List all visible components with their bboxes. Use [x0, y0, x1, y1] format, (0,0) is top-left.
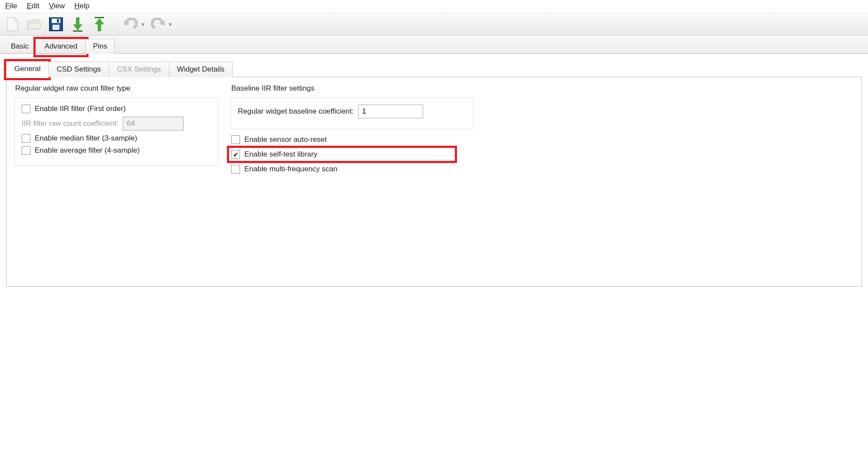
menu-edit[interactable]: Edit — [26, 2, 39, 10]
redo-icon — [150, 18, 166, 31]
raw-count-filter-title: Regular widget raw count filter type — [15, 84, 218, 93]
toolbar: ▾ ▾ — [0, 13, 868, 36]
raw-count-filter-group: Enable IIR filter (First order) IIR filt… — [14, 97, 218, 166]
baseline-iir-group: Regular widget baseline coefficient: — [230, 97, 473, 129]
itab-csd-label: CSD Settings — [56, 65, 101, 73]
menu-help[interactable]: Help — [74, 2, 89, 10]
baseline-coeff-input[interactable] — [358, 105, 423, 118]
new-file-icon — [6, 17, 19, 32]
self-test-label: Enable self-test library — [244, 150, 317, 159]
upload-button[interactable] — [91, 16, 108, 33]
redo-dropdown-icon[interactable]: ▾ — [169, 21, 172, 28]
svg-rect-4 — [76, 17, 79, 24]
download-icon — [71, 16, 84, 32]
svg-rect-5 — [73, 30, 82, 32]
menu-bar: File Edit View Help — [0, 0, 868, 13]
outer-tab-bar: Basic Advanced Pins — [0, 36, 868, 54]
iir-coeff-input — [123, 117, 184, 131]
download-button[interactable] — [69, 16, 86, 33]
iir-filter-checkbox[interactable] — [22, 105, 30, 113]
median-filter-label: Enable median filter (3-sample) — [35, 134, 137, 143]
svg-rect-2 — [53, 25, 59, 30]
multi-freq-checkbox[interactable] — [231, 165, 240, 173]
baseline-coeff-label: Regular widget baseline coefficient: — [238, 107, 354, 116]
self-test-row: Enable self-test library — [231, 150, 473, 159]
tab-advanced[interactable]: Advanced — [37, 39, 85, 54]
tab-pins-label: Pins — [93, 42, 107, 50]
inner-area: General CSD Settings CSX Settings Widget… — [0, 54, 868, 294]
itab-widget-label: Widget Details — [177, 65, 225, 73]
average-filter-checkbox[interactable] — [22, 146, 30, 155]
menu-view[interactable]: View — [49, 2, 65, 10]
upload-icon — [93, 16, 106, 32]
redo-button[interactable] — [150, 16, 166, 33]
general-panel: Regular widget raw count filter type Ena… — [6, 77, 862, 287]
tab-advanced-label: Advanced — [45, 42, 78, 50]
undo-button[interactable] — [122, 16, 139, 33]
itab-csx: CSX Settings — [109, 62, 169, 77]
iir-filter-label: Enable IIR filter (First order) — [35, 105, 126, 113]
auto-reset-checkbox[interactable] — [231, 135, 240, 144]
average-filter-label: Enable average filter (4-sample) — [35, 146, 140, 155]
undo-dropdown-icon[interactable]: ▾ — [141, 21, 145, 28]
svg-rect-6 — [95, 17, 104, 18]
right-column: Baseline IIR filter settings Regular wid… — [230, 84, 473, 173]
multi-freq-label: Enable multi-frequency scan — [244, 165, 338, 173]
svg-rect-3 — [57, 19, 59, 23]
new-file-button[interactable] — [4, 16, 21, 33]
baseline-iir-title: Baseline IIR filter settings — [231, 84, 473, 93]
inner-tab-bar: General CSD Settings CSX Settings Widget… — [6, 60, 862, 77]
save-icon — [49, 17, 63, 32]
svg-rect-7 — [98, 24, 101, 31]
auto-reset-row: Enable sensor auto-reset — [231, 135, 473, 144]
multi-freq-row: Enable multi-frequency scan — [231, 165, 473, 173]
menu-file[interactable]: File — [5, 2, 17, 10]
iir-coeff-label: IIR filter raw count coefficient: — [22, 119, 118, 128]
itab-widget[interactable]: Widget Details — [169, 62, 233, 77]
itab-csx-label: CSX Settings — [117, 65, 161, 73]
left-column: Regular widget raw count filter type Ena… — [14, 84, 218, 173]
itab-csd[interactable]: CSD Settings — [49, 62, 109, 77]
open-button[interactable] — [26, 16, 43, 33]
self-test-checkbox[interactable] — [231, 150, 240, 159]
median-filter-checkbox[interactable] — [22, 134, 30, 143]
tab-pins[interactable]: Pins — [85, 39, 115, 54]
open-folder-icon — [26, 18, 42, 31]
itab-general[interactable]: General — [6, 61, 49, 77]
auto-reset-label: Enable sensor auto-reset — [244, 135, 327, 144]
tab-basic[interactable]: Basic — [3, 39, 36, 54]
itab-general-label: General — [14, 65, 40, 73]
save-button[interactable] — [48, 16, 64, 33]
undo-icon — [122, 18, 139, 31]
tab-basic-label: Basic — [11, 42, 29, 50]
